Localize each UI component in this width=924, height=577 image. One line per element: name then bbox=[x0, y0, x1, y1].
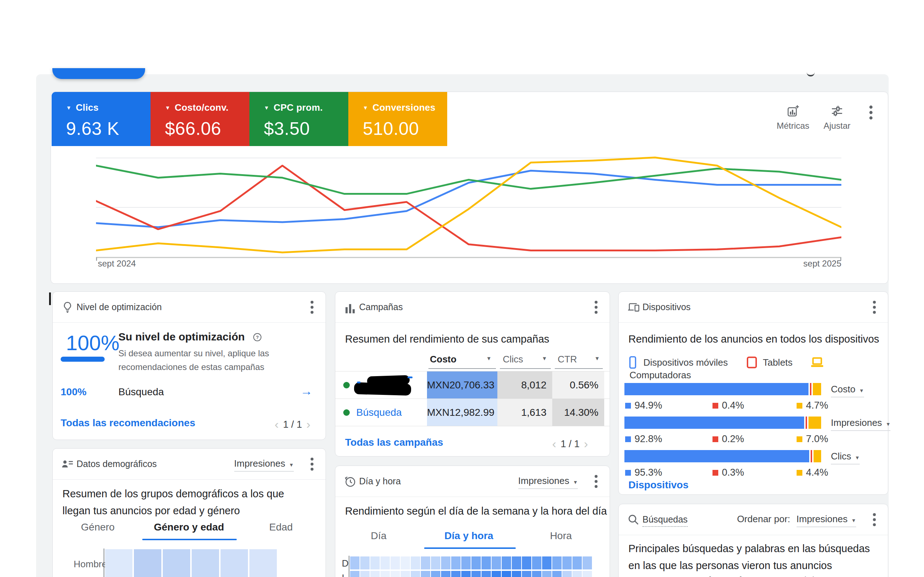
help-icon[interactable]: ? bbox=[253, 332, 262, 342]
heatmap-cell[interactable] bbox=[522, 556, 531, 569]
devices-overflow-menu-button[interactable] bbox=[868, 300, 881, 315]
heatmap-cell[interactable] bbox=[542, 556, 551, 569]
all-recommendations-link[interactable]: Todas las recomendaciones bbox=[61, 417, 195, 429]
heatmap-cell[interactable] bbox=[380, 556, 390, 569]
heatmap-cell[interactable] bbox=[431, 556, 440, 569]
heatmap-cell[interactable] bbox=[512, 571, 521, 577]
device-metric-dropdown-clics[interactable]: Clics▼ bbox=[831, 451, 860, 464]
device-metric-dropdown-costo[interactable]: Costo▼ bbox=[831, 384, 864, 397]
legend-pct-value: 92.8% bbox=[635, 434, 662, 444]
tab-edad[interactable]: Edad bbox=[266, 521, 296, 533]
heatmap-cell[interactable] bbox=[401, 556, 410, 569]
tab-busquedas[interactable]: Búsquedas bbox=[699, 575, 753, 577]
heatmap-cell[interactable] bbox=[401, 571, 410, 577]
heatmap-cell[interactable] bbox=[391, 556, 400, 569]
heatmap-cell[interactable] bbox=[562, 556, 572, 569]
devices-link[interactable]: Dispositivos bbox=[628, 479, 688, 491]
heatmap-cell[interactable] bbox=[512, 556, 521, 569]
scorecard-metric-name: Conversiones bbox=[373, 102, 435, 113]
device-metric-dropdown-impresiones[interactable]: Impresiones▼ bbox=[831, 417, 890, 431]
heatmap-cell[interactable] bbox=[532, 571, 541, 577]
heatmap-cell[interactable] bbox=[360, 556, 370, 569]
next-page-chevron[interactable]: › bbox=[580, 437, 592, 450]
heatmap-cell[interactable] bbox=[441, 556, 451, 569]
heatmap-cell[interactable] bbox=[481, 571, 491, 577]
searches-card: Búsquedas Ordenar por: Impresiones▼ Prin… bbox=[618, 504, 888, 577]
heatmap-cell[interactable] bbox=[492, 571, 501, 577]
tab-hora[interactable]: Hora bbox=[544, 530, 577, 542]
heatmap-cell[interactable] bbox=[552, 556, 562, 569]
demographics-overflow-menu-button[interactable] bbox=[305, 457, 318, 472]
legend-color-square bbox=[796, 436, 802, 442]
campaigns-overflow-menu-button[interactable] bbox=[590, 300, 603, 315]
heatmap-cell[interactable] bbox=[370, 556, 380, 569]
heatmap-cell[interactable] bbox=[431, 571, 440, 577]
sort-arrow-clics[interactable]: ▼ bbox=[542, 355, 547, 361]
chevron-down-icon: ▼ bbox=[363, 105, 368, 111]
heatmap-cell[interactable] bbox=[461, 571, 471, 577]
heatmap-cell[interactable] bbox=[532, 556, 541, 569]
heatmap-cell[interactable] bbox=[522, 571, 531, 577]
heatmap-cell[interactable] bbox=[461, 556, 471, 569]
heatmap-cell[interactable] bbox=[472, 556, 481, 569]
heatmap-cell[interactable] bbox=[421, 556, 430, 569]
heatmap-cell[interactable] bbox=[552, 571, 562, 577]
campaign-table-row: BúsquedaMXN12,982.991,61314.30% bbox=[335, 398, 610, 426]
heatmap-cell[interactable] bbox=[380, 571, 390, 577]
prev-page-chevron[interactable]: ‹ bbox=[270, 417, 283, 431]
heatmap-cell[interactable] bbox=[572, 556, 582, 569]
chevron-down-icon: ▼ bbox=[66, 105, 71, 111]
scorecard-costoconv[interactable]: ▼Costo/conv.$66.06 bbox=[150, 92, 249, 146]
heatmap-cell[interactable] bbox=[421, 571, 430, 577]
searches-metric-dropdown[interactable]: Impresiones▼ bbox=[796, 514, 856, 527]
sort-arrow-costo[interactable]: ▼ bbox=[486, 355, 492, 361]
column-header-clics[interactable]: Clics bbox=[503, 354, 523, 365]
heatmap-cell[interactable] bbox=[451, 571, 460, 577]
scorecard-conversiones[interactable]: ▼Conversiones510.00 bbox=[348, 92, 447, 146]
heatmap-cell[interactable] bbox=[350, 571, 360, 577]
heatmap-cell[interactable] bbox=[583, 556, 592, 569]
heatmap-cell[interactable] bbox=[583, 571, 592, 577]
optimization-row-arrow[interactable]: → bbox=[300, 384, 313, 398]
chart-overflow-menu-button[interactable] bbox=[864, 105, 877, 119]
heatmap-cell[interactable] bbox=[472, 571, 481, 577]
tab-genero[interactable]: Género bbox=[74, 521, 121, 533]
heatmap-cell[interactable] bbox=[481, 556, 491, 569]
cropped-blue-button[interactable] bbox=[52, 68, 145, 79]
heatmap-cell[interactable] bbox=[502, 571, 511, 577]
searches-overflow-menu-button[interactable] bbox=[868, 513, 881, 527]
demographics-metric-dropdown[interactable]: Impresiones▼ bbox=[234, 458, 294, 472]
heatmap-cell[interactable] bbox=[441, 571, 451, 577]
heatmap-cell[interactable] bbox=[411, 556, 420, 569]
campaign-name-link[interactable]: Búsqueda bbox=[356, 407, 402, 418]
day-hour-overflow-menu-button[interactable] bbox=[590, 475, 603, 489]
scorecard-clics[interactable]: ▼Clics9.63 K bbox=[52, 92, 150, 146]
heatmap-cell[interactable] bbox=[391, 571, 400, 577]
adjust-button[interactable]: Ajustar bbox=[810, 105, 864, 131]
day-hour-metric-dropdown[interactable]: Impresiones▼ bbox=[518, 475, 578, 489]
heatmap-cell[interactable] bbox=[562, 571, 572, 577]
all-campaigns-link[interactable]: Todas las campañas bbox=[345, 437, 443, 448]
tab-palabras[interactable]: palabras bbox=[793, 575, 832, 577]
heatmap-cell[interactable] bbox=[542, 571, 551, 577]
heatmap-cell[interactable] bbox=[411, 571, 420, 577]
column-header-costo[interactable]: Costo bbox=[430, 354, 457, 365]
tab-dia[interactable]: Día bbox=[360, 530, 397, 542]
heatmap-cell[interactable] bbox=[370, 571, 380, 577]
heatmap-cell[interactable] bbox=[572, 571, 582, 577]
heatmap-cell[interactable] bbox=[502, 556, 511, 569]
heatmap-cell[interactable] bbox=[350, 556, 360, 569]
sort-arrow-ctr[interactable]: ▼ bbox=[594, 355, 600, 361]
optimization-overflow-menu-button[interactable] bbox=[305, 300, 318, 315]
tab-genero-y-edad[interactable]: Género y edad bbox=[154, 521, 224, 533]
heatmap-cell[interactable] bbox=[492, 556, 501, 569]
column-header-ctr[interactable]: CTR bbox=[558, 354, 577, 365]
scorecard-cpcprom[interactable]: ▼CPC prom.$3.50 bbox=[249, 92, 348, 146]
heatmap-cell[interactable] bbox=[451, 556, 460, 569]
prev-page-chevron[interactable]: ‹ bbox=[548, 437, 561, 450]
next-page-chevron[interactable]: › bbox=[302, 417, 315, 431]
tab-dia-y-hora[interactable]: Día y hora bbox=[433, 530, 505, 542]
heatmap-cell[interactable] bbox=[360, 571, 370, 577]
searches-card-title[interactable]: Búsquedas bbox=[643, 514, 688, 527]
campaign-cell-ctr: 14.30% bbox=[552, 399, 604, 426]
